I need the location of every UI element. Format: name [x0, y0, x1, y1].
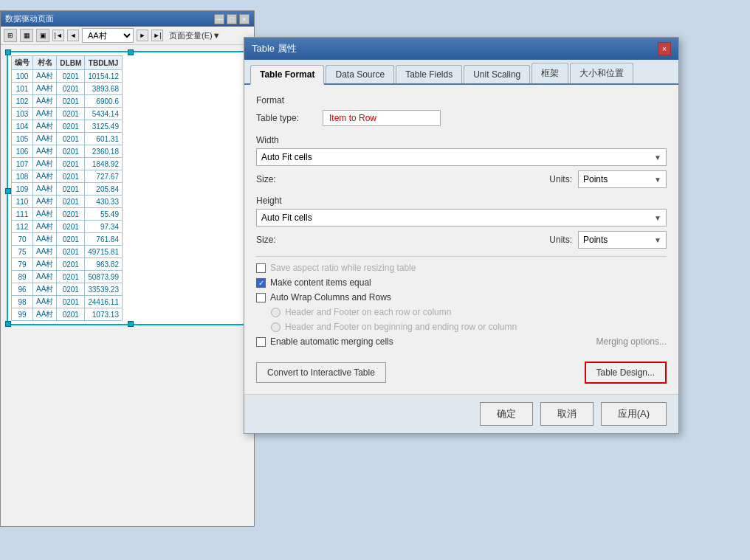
table-cell: 96	[12, 283, 33, 296]
dialog-title: Table 属性	[252, 42, 297, 55]
table-cell: 761.84	[85, 233, 123, 246]
table-cell: 100	[12, 70, 33, 83]
table-cell: 0201	[57, 133, 85, 145]
checkbox-enable-merging[interactable]	[256, 337, 266, 347]
checkbox-make-equal[interactable]: ✓	[256, 278, 266, 288]
table-row: 102AA村02016900.6	[12, 95, 123, 108]
table-cell: 0201	[57, 296, 85, 308]
table-cell: 108	[12, 170, 33, 183]
maximize-btn[interactable]: □	[227, 14, 237, 24]
tab-size-position[interactable]: 大小和位置	[570, 63, 633, 83]
table-cell: AA村	[33, 196, 57, 208]
table-row: 98AA村020124416.11	[12, 296, 123, 308]
tab-data-source[interactable]: Data Source	[326, 65, 394, 83]
width-units-dropdown[interactable]: Points ▼	[578, 170, 667, 188]
nav-prev-btn[interactable]: ◄	[67, 30, 79, 41]
table-row: 89AA村020150873.99	[12, 271, 123, 283]
table-cell: AA村	[33, 283, 57, 296]
minimize-btn[interactable]: —	[214, 14, 224, 24]
nav-last-btn[interactable]: ►|	[151, 30, 163, 41]
checkbox-make-equal-row: ✓ Make content items equal	[256, 277, 667, 288]
table-cell: 104	[12, 120, 33, 133]
handle-bm	[128, 321, 134, 327]
dialog-close-button[interactable]: ×	[658, 42, 671, 55]
height-size-row: Size: Units: Points ▼	[256, 231, 667, 249]
data-table: 编号 村名 DLBM TBDLMJ 100AA村020110154.12101A…	[11, 55, 123, 321]
tab-unit-scaling[interactable]: Unit Scaling	[464, 65, 530, 83]
bg-window-titlebar: 数据驱动页面 — □ ×	[1, 11, 254, 27]
table-cell: 98	[12, 296, 33, 308]
table-design-button[interactable]: Table Design...	[585, 362, 667, 384]
tab-frame[interactable]: 框架	[531, 63, 568, 83]
col-header-dlbm: DLBM	[57, 56, 85, 70]
table-cell: 106	[12, 145, 33, 158]
height-units-value: Points	[583, 235, 608, 245]
nav-next-btn[interactable]: ►	[137, 30, 148, 41]
height-units-dropdown[interactable]: Points ▼	[578, 231, 667, 249]
table-cell: 112	[12, 221, 33, 233]
table-cell: 0201	[57, 95, 85, 108]
table-row: 103AA村02015434.14	[12, 108, 123, 120]
page-label: 页面变量(E)▼	[169, 30, 221, 41]
table-cell: 0201	[57, 258, 85, 271]
checkbox-auto-wrap-row: Auto Wrap Columns and Rows	[256, 292, 667, 303]
table-cell: 107	[12, 158, 33, 170]
table-cell: 2360.18	[85, 145, 123, 158]
col-header-cm: 村名	[33, 56, 57, 70]
radio-header-begin[interactable]	[271, 322, 281, 332]
table-cell: 110	[12, 196, 33, 208]
checkbox-save-aspect[interactable]	[256, 263, 266, 273]
table-cell: 33539.23	[85, 283, 123, 296]
convert-to-interactive-button[interactable]: Convert to Interactive Table	[256, 362, 386, 383]
bg-window-titlebar-buttons: — □ ×	[214, 14, 250, 24]
tab-table-format[interactable]: Table Format	[250, 65, 324, 85]
checkbox-merging-row: Enable automatic merging cells	[256, 336, 393, 347]
table-cell: AA村	[33, 221, 57, 233]
radio-header-begin-row: Header and Footer on beginning and endin…	[256, 322, 667, 332]
nav-first-btn[interactable]: |◄	[52, 30, 64, 41]
table-cell: 111	[12, 208, 33, 221]
width-dropdown-arrow: ▼	[654, 153, 661, 162]
confirm-button[interactable]: 确定	[480, 402, 533, 426]
merging-options-btn[interactable]: Merging options...	[596, 336, 667, 347]
checkbox-auto-wrap[interactable]	[256, 293, 266, 303]
apply-button[interactable]: 应用(A)	[601, 402, 667, 426]
toolbar-icon-3[interactable]: ▣	[36, 29, 49, 42]
table-type-value: Item to Row	[323, 110, 441, 126]
table-cell: 430.33	[85, 196, 123, 208]
width-size-label: Size:	[256, 174, 286, 184]
table-cell: 101	[12, 83, 33, 95]
table-cell: 0201	[57, 246, 85, 258]
tab-table-fields[interactable]: Table Fields	[396, 65, 462, 83]
height-dropdown[interactable]: Auto Fit cells ▼	[256, 209, 667, 227]
table-cell: 0201	[57, 196, 85, 208]
table-cell: AA村	[33, 133, 57, 145]
table-cell: 3893.68	[85, 83, 123, 95]
radio-header-each[interactable]	[271, 308, 281, 317]
table-cell: AA村	[33, 95, 57, 108]
table-cell: 963.82	[85, 258, 123, 271]
table-cell: AA村	[33, 70, 57, 83]
checkbox-save-aspect-label: Save aspect ratio while resizing table	[270, 263, 416, 273]
toolbar-icon-2[interactable]: ▦	[20, 29, 33, 42]
table-cell: 601.31	[85, 133, 123, 145]
table-row: 101AA村02013893.68	[12, 83, 123, 95]
table-cell: AA村	[33, 233, 57, 246]
table-cell: 70	[12, 233, 33, 246]
table-cell: 55.49	[85, 208, 123, 221]
toolbar-village-dropdown[interactable]: AA村	[82, 28, 134, 43]
table-row: 100AA村020110154.12	[12, 70, 123, 83]
width-dropdown[interactable]: Auto Fit cells ▼	[256, 148, 667, 166]
height-size-label: Size:	[256, 235, 286, 245]
radio-header-each-label: Header and Footer on each row or column	[285, 307, 451, 317]
bg-window: 数据驱动页面 — □ × ⊞ ▦ ▣ |◄ ◄ AA村 ► ►| 页面变量(E)…	[0, 10, 255, 527]
table-type-label: Table type:	[256, 113, 323, 123]
close-btn-bg[interactable]: ×	[239, 14, 250, 24]
table-cell: 89	[12, 271, 33, 283]
table-row: 111AA村020155.49	[12, 208, 123, 221]
toolbar-icon-1[interactable]: ⊞	[4, 29, 17, 42]
table-cell: AA村	[33, 83, 57, 95]
cancel-button[interactable]: 取消	[540, 402, 594, 426]
table-cell: 0201	[57, 108, 85, 120]
table-cell: AA村	[33, 258, 57, 271]
